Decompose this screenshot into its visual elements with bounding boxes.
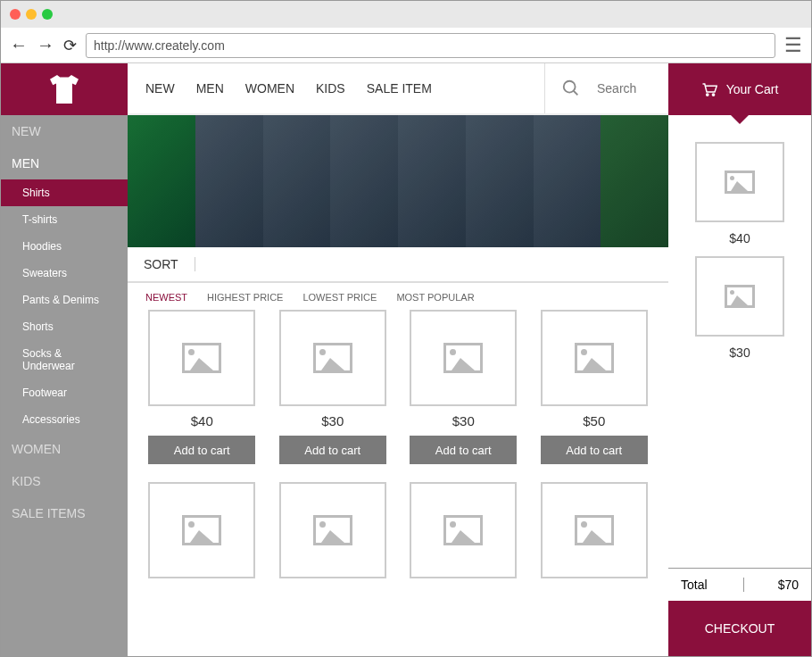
- topnav: NEW MEN WOMEN KIDS SALE ITEM: [128, 63, 668, 115]
- sidebar-sub[interactable]: Sweaters: [1, 260, 128, 287]
- sidebar-sub[interactable]: Footwear: [1, 379, 128, 406]
- placeholder-icon: [575, 515, 614, 545]
- menu-icon[interactable]: ☰: [784, 34, 802, 57]
- sidebar-cat[interactable]: KIDS: [1, 465, 128, 497]
- product-grid: $40Add to cart$30Add to cart$30Add to ca…: [128, 310, 668, 596]
- sidebar-cat[interactable]: WOMEN: [1, 433, 128, 465]
- search: [544, 63, 650, 113]
- product-image[interactable]: [279, 482, 386, 578]
- hero-image: [601, 115, 668, 247]
- cart-icon: [701, 82, 717, 96]
- placeholder-icon: [443, 343, 483, 373]
- product-price: $40: [191, 413, 213, 428]
- hero-image: [330, 115, 398, 247]
- sort-label: SORT: [144, 257, 195, 271]
- add-to-cart-button[interactable]: Add to cart: [541, 436, 648, 464]
- product-card: $30Add to cart: [277, 310, 390, 464]
- hero-image: [195, 115, 263, 247]
- total-label: Total: [681, 578, 744, 592]
- product-image[interactable]: [148, 482, 255, 578]
- placeholder-icon: [443, 515, 483, 545]
- logo[interactable]: [1, 63, 128, 115]
- cart-item-price: $40: [729, 231, 750, 245]
- svg-point-3: [712, 94, 714, 96]
- product-card: $50Add to cart: [538, 310, 651, 464]
- search-input[interactable]: [597, 81, 650, 96]
- checkout-button[interactable]: CHECKOUT: [668, 601, 811, 656]
- sidebar-sub[interactable]: Pants & Denims: [1, 287, 128, 313]
- close-icon[interactable]: [10, 9, 21, 20]
- product-price: $30: [321, 413, 344, 428]
- placeholder-icon: [725, 170, 755, 194]
- cart-header-label: Your Cart: [726, 82, 779, 96]
- product-card: $40Add to cart: [145, 310, 259, 464]
- product-card: [145, 482, 259, 578]
- hero-image: [466, 115, 534, 247]
- cart-item-price: $30: [729, 345, 750, 360]
- svg-point-2: [706, 94, 708, 96]
- reload-icon[interactable]: ⟳: [63, 36, 77, 55]
- sidebar-sub[interactable]: Shorts: [1, 313, 128, 340]
- topnav-men[interactable]: MEN: [196, 81, 224, 96]
- hero-image: [128, 115, 195, 247]
- search-icon[interactable]: [561, 79, 581, 98]
- svg-point-0: [564, 81, 576, 93]
- cart-header[interactable]: Your Cart: [668, 63, 811, 115]
- url-input[interactable]: http://www.creately.com: [86, 33, 775, 58]
- cart-body: $40$30: [668, 115, 811, 568]
- add-to-cart-button[interactable]: Add to cart: [148, 436, 255, 464]
- product-card: [538, 482, 651, 578]
- topnav-sale[interactable]: SALE ITEM: [367, 81, 432, 96]
- browser-window: ← → ⟳ http://www.creately.com ☰ NEWMENSh…: [0, 0, 812, 657]
- hero-banner: [128, 115, 668, 247]
- placeholder-icon: [182, 515, 221, 545]
- hero-image: [534, 115, 601, 247]
- cart-item: $40: [684, 142, 795, 245]
- topnav-kids[interactable]: KIDS: [316, 81, 345, 96]
- product-image[interactable]: [410, 310, 517, 406]
- cart-item-image[interactable]: [695, 142, 784, 222]
- product-image[interactable]: [410, 482, 517, 578]
- sidebar-sub[interactable]: Hoodies: [1, 233, 128, 260]
- sort-option[interactable]: NEWEST: [145, 292, 187, 303]
- browser-toolbar: ← → ⟳ http://www.creately.com ☰: [1, 28, 811, 63]
- back-icon[interactable]: ←: [10, 35, 28, 55]
- sidebar-cat[interactable]: SALE ITEMS: [1, 497, 128, 529]
- sort-option[interactable]: MOST POPULAR: [396, 292, 474, 303]
- sort-option[interactable]: LOWEST PRICE: [302, 292, 377, 303]
- forward-icon[interactable]: →: [37, 35, 54, 55]
- main: NEW MEN WOMEN KIDS SALE ITEM: [128, 63, 668, 656]
- sidebar-sub[interactable]: Socks & Underwear: [1, 340, 128, 379]
- cart-item-image[interactable]: [695, 256, 784, 337]
- topnav-women[interactable]: WOMEN: [245, 81, 294, 96]
- sidebar: NEWMENShirtsT-shirtsHoodiesSweatersPants…: [1, 63, 128, 656]
- add-to-cart-button[interactable]: Add to cart: [279, 436, 386, 464]
- sidebar-sub[interactable]: Accessories: [1, 406, 128, 433]
- maximize-icon[interactable]: [42, 9, 53, 20]
- sidebar-sub[interactable]: T-shirts: [1, 206, 128, 233]
- page-content: NEWMENShirtsT-shirtsHoodiesSweatersPants…: [1, 63, 811, 656]
- sort-option[interactable]: HIGHEST PRICE: [207, 292, 283, 303]
- placeholder-icon: [313, 515, 352, 545]
- window-titlebar: [1, 1, 811, 28]
- product-image[interactable]: [541, 310, 648, 406]
- placeholder-icon: [313, 343, 352, 373]
- product-price: $30: [452, 413, 475, 428]
- product-image[interactable]: [541, 482, 648, 578]
- product-image[interactable]: [279, 310, 386, 406]
- cart-panel: Your Cart $40$30 Total $70 CHECKOUT: [668, 63, 811, 656]
- sidebar-cat[interactable]: MEN: [1, 147, 128, 179]
- sidebar-sub[interactable]: Shirts: [1, 179, 128, 206]
- cart-item: $30: [684, 256, 795, 360]
- product-price: $50: [583, 413, 605, 428]
- svg-line-1: [574, 91, 578, 96]
- placeholder-icon: [725, 285, 755, 308]
- product-card: [407, 482, 520, 578]
- add-to-cart-button[interactable]: Add to cart: [410, 436, 517, 464]
- product-image[interactable]: [148, 310, 255, 406]
- minimize-icon[interactable]: [26, 9, 37, 20]
- topnav-new[interactable]: NEW: [145, 81, 175, 96]
- sidebar-cat[interactable]: NEW: [1, 115, 128, 147]
- cart-total: Total $70: [668, 568, 811, 601]
- total-value: $70: [778, 578, 799, 592]
